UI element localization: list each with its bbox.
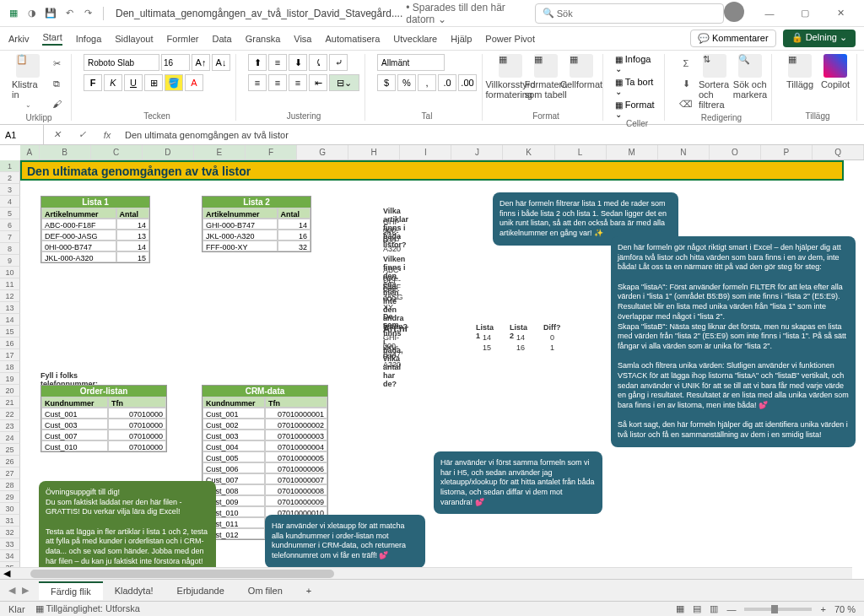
col-B[interactable]: B (40, 145, 91, 159)
row-31[interactable]: 31 (0, 515, 20, 527)
col-D[interactable]: D (143, 145, 194, 159)
row-24[interactable]: 24 (0, 432, 20, 444)
tab-2[interactable]: Erbjudande (165, 582, 236, 599)
row-21[interactable]: 21 (0, 397, 20, 408)
autosum-icon[interactable]: Σ (677, 54, 695, 73)
table-row[interactable]: ABC-000-F18F14 (41, 219, 149, 230)
table-row[interactable]: Cust_00807010000008 (202, 484, 327, 495)
col-A[interactable]: A (20, 145, 40, 159)
close-button[interactable]: ✕ (824, 2, 857, 25)
tab-next-icon[interactable]: ▶ (22, 585, 29, 596)
fill-icon[interactable]: ⬇ (677, 74, 695, 93)
row-27[interactable]: 27 (0, 467, 20, 479)
title-cell[interactable]: Den ultimata genomgången av två listor (20, 160, 844, 181)
menu-arkiv[interactable]: Arkiv (8, 34, 29, 44)
row-1[interactable]: 1 (0, 160, 20, 172)
table-row[interactable]: JKL-000-A32016 (202, 230, 310, 240)
row-20[interactable]: 20 (0, 385, 20, 397)
clear-icon[interactable]: ⌫ (677, 95, 695, 113)
table-row[interactable]: Cust_00707010000007 (202, 473, 327, 484)
row-33[interactable]: 33 (0, 538, 20, 550)
font-select[interactable] (84, 54, 159, 71)
row-6[interactable]: 6 (0, 219, 20, 231)
row-13[interactable]: 13 (0, 302, 20, 314)
row-26[interactable]: 26 (0, 456, 20, 467)
tab-prev-icon[interactable]: ◀ (8, 585, 15, 596)
copy-icon[interactable]: ⧉ (47, 74, 66, 93)
zoom-level[interactable]: 70 % (834, 604, 856, 614)
insert-cells-button[interactable]: ▦ Infoga ⌄ (615, 54, 659, 73)
table-row[interactable]: Cust_01007010000 (41, 440, 166, 451)
row-12[interactable]: 12 (0, 290, 20, 302)
col-M[interactable]: M (607, 145, 658, 159)
search-box[interactable]: 🔍 Sök (535, 3, 724, 24)
font-color-button[interactable]: A (185, 74, 203, 91)
col-C[interactable]: C (91, 145, 143, 159)
cancel-formula-icon[interactable]: ✕ (44, 129, 69, 140)
comma-icon[interactable]: , (418, 74, 436, 91)
table-row[interactable]: Cust_00707010000 (41, 430, 166, 440)
row-7[interactable]: 7 (0, 231, 20, 243)
table-row[interactable]: JKL-000-A32015 (41, 251, 149, 262)
size-select[interactable] (161, 54, 190, 71)
row-16[interactable]: 16 (0, 338, 20, 349)
user-avatar[interactable] (724, 2, 744, 22)
format-cells-button[interactable]: ▦ Format ⌄ (615, 100, 659, 119)
row-15[interactable]: 15 (0, 326, 20, 338)
table-row[interactable]: FFF-000-XY32 (202, 240, 310, 251)
menu-automatisera[interactable]: Automatisera (325, 34, 380, 44)
copilot-button[interactable]: Copilot (819, 54, 851, 89)
col-L[interactable]: L (555, 145, 607, 159)
row-8[interactable]: 8 (0, 243, 20, 255)
underline-button[interactable]: U (124, 74, 143, 91)
table-row[interactable]: Cust_00107010000001 (202, 408, 327, 419)
tab-add-icon[interactable]: + (294, 582, 323, 599)
row-10[interactable]: 10 (0, 267, 20, 278)
row-34[interactable]: 34 (0, 550, 20, 562)
comments-button[interactable]: 💬 Kommentarer (690, 30, 776, 47)
save-icon[interactable]: 💾 (44, 7, 57, 20)
share-button[interactable]: 🔒 Delning ⌄ (783, 30, 856, 47)
row-2[interactable]: 2 (0, 172, 20, 184)
orientation-icon[interactable]: ⤹ (309, 54, 327, 71)
name-box[interactable]: A1 (0, 125, 44, 144)
row-18[interactable]: 18 (0, 361, 20, 373)
zoom-out-icon[interactable]: — (726, 604, 736, 614)
merge-button[interactable]: ⊟⌄ (329, 74, 359, 91)
row-9[interactable]: 9 (0, 255, 20, 267)
row-30[interactable]: 30 (0, 503, 20, 515)
row-11[interactable]: 11 (0, 278, 20, 290)
undo-icon[interactable]: ↶ (62, 7, 76, 20)
table-row[interactable]: Cust_00507010000005 (202, 451, 327, 462)
formula-bar[interactable]: Den ultimata genomgången av två listor (120, 130, 864, 140)
table-row[interactable]: 0HI-000-B74714 (41, 240, 149, 251)
filename[interactable]: Den_ultimata_genomgången_av_två_listor_D… (116, 8, 402, 19)
format-table-button[interactable]: ▦Formatera som tabell (530, 54, 562, 100)
menu-powerpivot[interactable]: Power Pivot (485, 34, 535, 44)
minimize-button[interactable]: — (753, 2, 786, 25)
callout-4[interactable]: Här använder vi xletaupp för att matcha … (265, 515, 425, 568)
align-right-icon[interactable]: ≡ (289, 74, 307, 91)
status-accessibility[interactable]: ▦ Tillgänglighet: Utforska (35, 603, 140, 614)
format-painter-icon[interactable]: 🖌 (47, 95, 66, 113)
percent-icon[interactable]: % (397, 74, 416, 91)
menu-sidlayout[interactable]: Sidlayout (115, 34, 153, 44)
menu-hjalp[interactable]: Hjälp (451, 34, 472, 44)
tab-3[interactable]: Om filen (236, 582, 294, 599)
increase-font-icon[interactable]: A↑ (192, 54, 210, 71)
inc-decimal-icon[interactable]: .0 (438, 74, 456, 91)
align-center-icon[interactable]: ≡ (268, 74, 287, 91)
fill-color-button[interactable]: 🪣 (165, 74, 183, 91)
menu-utvecklare[interactable]: Utvecklare (393, 34, 437, 44)
col-N[interactable]: N (658, 145, 710, 159)
row-14[interactable]: 14 (0, 314, 20, 326)
table-row[interactable]: Cust_00207010000002 (202, 419, 327, 430)
col-E[interactable]: E (194, 145, 246, 159)
col-I[interactable]: I (400, 145, 451, 159)
bold-button[interactable]: F (84, 74, 102, 91)
menu-visa[interactable]: Visa (294, 34, 311, 44)
row-29[interactable]: 29 (0, 491, 20, 503)
maximize-button[interactable]: ▢ (788, 2, 822, 25)
save-status[interactable]: • Sparades till den här datorn ⌄ (406, 2, 518, 25)
wrap-text-icon[interactable]: ⤶ (329, 54, 348, 71)
